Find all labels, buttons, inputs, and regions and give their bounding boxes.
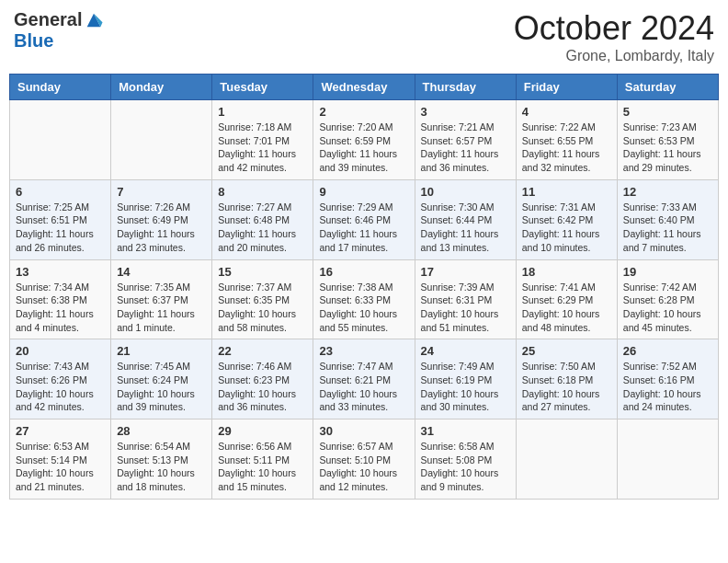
calendar-cell: 9Sunrise: 7:29 AM Sunset: 6:46 PM Daylig… — [313, 179, 415, 259]
day-number: 23 — [319, 344, 408, 358]
day-number: 30 — [319, 424, 408, 438]
day-content: Sunrise: 7:42 AM Sunset: 6:28 PM Dayligh… — [623, 281, 712, 335]
day-content: Sunrise: 7:29 AM Sunset: 6:46 PM Dayligh… — [319, 201, 408, 255]
day-number: 26 — [623, 344, 712, 358]
logo-general-text: General — [14, 9, 82, 30]
day-number: 20 — [16, 344, 105, 358]
calendar-cell: 6Sunrise: 7:25 AM Sunset: 6:51 PM Daylig… — [10, 179, 111, 259]
day-number: 25 — [522, 344, 611, 358]
calendar-table: SundayMondayTuesdayWednesdayThursdayFrid… — [9, 74, 719, 500]
month-title: October 2024 — [514, 9, 714, 48]
day-number: 2 — [319, 105, 408, 119]
calendar-cell — [111, 100, 212, 180]
day-content: Sunrise: 7:20 AM Sunset: 6:59 PM Dayligh… — [319, 121, 408, 175]
week-row-4: 20Sunrise: 7:43 AM Sunset: 6:26 PM Dayli… — [10, 339, 719, 419]
calendar-cell: 14Sunrise: 7:35 AM Sunset: 6:37 PM Dayli… — [111, 259, 212, 339]
day-number: 4 — [522, 105, 611, 119]
day-header-tuesday: Tuesday — [212, 75, 313, 100]
calendar-cell: 22Sunrise: 7:46 AM Sunset: 6:23 PM Dayli… — [212, 339, 313, 419]
day-number: 6 — [16, 185, 105, 199]
day-content: Sunrise: 7:37 AM Sunset: 6:35 PM Dayligh… — [218, 281, 307, 335]
day-header-friday: Friday — [516, 75, 617, 100]
calendar-cell — [10, 100, 111, 180]
day-header-saturday: Saturday — [617, 75, 718, 100]
day-number: 29 — [218, 424, 307, 438]
day-content: Sunrise: 7:47 AM Sunset: 6:21 PM Dayligh… — [319, 360, 408, 414]
calendar-cell: 5Sunrise: 7:23 AM Sunset: 6:53 PM Daylig… — [617, 100, 718, 180]
calendar-cell: 11Sunrise: 7:31 AM Sunset: 6:42 PM Dayli… — [516, 179, 617, 259]
week-row-3: 13Sunrise: 7:34 AM Sunset: 6:38 PM Dayli… — [10, 259, 719, 339]
day-number: 15 — [218, 265, 307, 279]
day-content: Sunrise: 6:54 AM Sunset: 5:13 PM Dayligh… — [117, 440, 206, 494]
logo: General Blue — [14, 9, 104, 52]
day-header-monday: Monday — [111, 75, 212, 100]
day-content: Sunrise: 7:31 AM Sunset: 6:42 PM Dayligh… — [522, 201, 611, 255]
day-number: 14 — [117, 265, 206, 279]
day-number: 19 — [623, 265, 712, 279]
calendar-cell: 21Sunrise: 7:45 AM Sunset: 6:24 PM Dayli… — [111, 339, 212, 419]
day-content: Sunrise: 7:26 AM Sunset: 6:49 PM Dayligh… — [117, 201, 206, 255]
calendar-cell: 29Sunrise: 6:56 AM Sunset: 5:11 PM Dayli… — [212, 419, 313, 500]
day-number: 21 — [117, 344, 206, 358]
week-row-5: 27Sunrise: 6:53 AM Sunset: 5:14 PM Dayli… — [10, 419, 719, 500]
calendar-cell: 4Sunrise: 7:22 AM Sunset: 6:55 PM Daylig… — [516, 100, 617, 180]
calendar-cell: 20Sunrise: 7:43 AM Sunset: 6:26 PM Dayli… — [10, 339, 111, 419]
location-subtitle: Grone, Lombardy, Italy — [514, 48, 714, 64]
calendar-cell: 15Sunrise: 7:37 AM Sunset: 6:35 PM Dayli… — [212, 259, 313, 339]
day-number: 8 — [218, 185, 307, 199]
day-header-wednesday: Wednesday — [313, 75, 415, 100]
calendar-cell — [516, 419, 617, 500]
calendar-cell — [617, 419, 718, 500]
day-number: 7 — [117, 185, 206, 199]
day-content: Sunrise: 7:49 AM Sunset: 6:19 PM Dayligh… — [421, 360, 510, 414]
day-number: 31 — [421, 424, 510, 438]
day-number: 10 — [421, 185, 510, 199]
day-content: Sunrise: 6:56 AM Sunset: 5:11 PM Dayligh… — [218, 440, 307, 494]
day-content: Sunrise: 7:39 AM Sunset: 6:31 PM Dayligh… — [421, 281, 510, 335]
day-header-thursday: Thursday — [415, 75, 516, 100]
calendar-cell: 7Sunrise: 7:26 AM Sunset: 6:49 PM Daylig… — [111, 179, 212, 259]
calendar-cell: 27Sunrise: 6:53 AM Sunset: 5:14 PM Dayli… — [10, 419, 111, 500]
calendar-cell: 2Sunrise: 7:20 AM Sunset: 6:59 PM Daylig… — [313, 100, 415, 180]
page-header: General Blue October 2024 Grone, Lombard… — [9, 9, 719, 64]
logo-icon — [84, 10, 104, 30]
day-number: 9 — [319, 185, 408, 199]
calendar-cell: 3Sunrise: 7:21 AM Sunset: 6:57 PM Daylig… — [415, 100, 516, 180]
calendar-cell: 10Sunrise: 7:30 AM Sunset: 6:44 PM Dayli… — [415, 179, 516, 259]
day-content: Sunrise: 7:23 AM Sunset: 6:53 PM Dayligh… — [623, 121, 712, 175]
day-number: 1 — [218, 105, 307, 119]
day-number: 24 — [421, 344, 510, 358]
day-number: 17 — [421, 265, 510, 279]
calendar-cell: 17Sunrise: 7:39 AM Sunset: 6:31 PM Dayli… — [415, 259, 516, 339]
week-row-1: 1Sunrise: 7:18 AM Sunset: 7:01 PM Daylig… — [10, 100, 719, 180]
days-header-row: SundayMondayTuesdayWednesdayThursdayFrid… — [10, 75, 719, 100]
calendar-cell: 16Sunrise: 7:38 AM Sunset: 6:33 PM Dayli… — [313, 259, 415, 339]
calendar-body: 1Sunrise: 7:18 AM Sunset: 7:01 PM Daylig… — [10, 100, 719, 500]
day-content: Sunrise: 7:45 AM Sunset: 6:24 PM Dayligh… — [117, 360, 206, 414]
day-content: Sunrise: 7:25 AM Sunset: 6:51 PM Dayligh… — [16, 201, 105, 255]
day-content: Sunrise: 6:57 AM Sunset: 5:10 PM Dayligh… — [319, 440, 408, 494]
calendar-cell: 28Sunrise: 6:54 AM Sunset: 5:13 PM Dayli… — [111, 419, 212, 500]
day-content: Sunrise: 7:43 AM Sunset: 6:26 PM Dayligh… — [16, 360, 105, 414]
calendar-cell: 8Sunrise: 7:27 AM Sunset: 6:48 PM Daylig… — [212, 179, 313, 259]
calendar-cell: 24Sunrise: 7:49 AM Sunset: 6:19 PM Dayli… — [415, 339, 516, 419]
day-content: Sunrise: 6:58 AM Sunset: 5:08 PM Dayligh… — [421, 440, 510, 494]
day-content: Sunrise: 7:21 AM Sunset: 6:57 PM Dayligh… — [421, 121, 510, 175]
day-content: Sunrise: 6:53 AM Sunset: 5:14 PM Dayligh… — [16, 440, 105, 494]
calendar-cell: 18Sunrise: 7:41 AM Sunset: 6:29 PM Dayli… — [516, 259, 617, 339]
day-number: 18 — [522, 265, 611, 279]
day-content: Sunrise: 7:18 AM Sunset: 7:01 PM Dayligh… — [218, 121, 307, 175]
day-content: Sunrise: 7:33 AM Sunset: 6:40 PM Dayligh… — [623, 201, 712, 255]
calendar-cell: 23Sunrise: 7:47 AM Sunset: 6:21 PM Dayli… — [313, 339, 415, 419]
day-number: 5 — [623, 105, 712, 119]
day-content: Sunrise: 7:35 AM Sunset: 6:37 PM Dayligh… — [117, 281, 206, 335]
day-number: 12 — [623, 185, 712, 199]
day-header-sunday: Sunday — [10, 75, 111, 100]
week-row-2: 6Sunrise: 7:25 AM Sunset: 6:51 PM Daylig… — [10, 179, 719, 259]
calendar-cell: 30Sunrise: 6:57 AM Sunset: 5:10 PM Dayli… — [313, 419, 415, 500]
day-number: 27 — [16, 424, 105, 438]
day-content: Sunrise: 7:22 AM Sunset: 6:55 PM Dayligh… — [522, 121, 611, 175]
day-number: 11 — [522, 185, 611, 199]
day-number: 28 — [117, 424, 206, 438]
day-number: 3 — [421, 105, 510, 119]
